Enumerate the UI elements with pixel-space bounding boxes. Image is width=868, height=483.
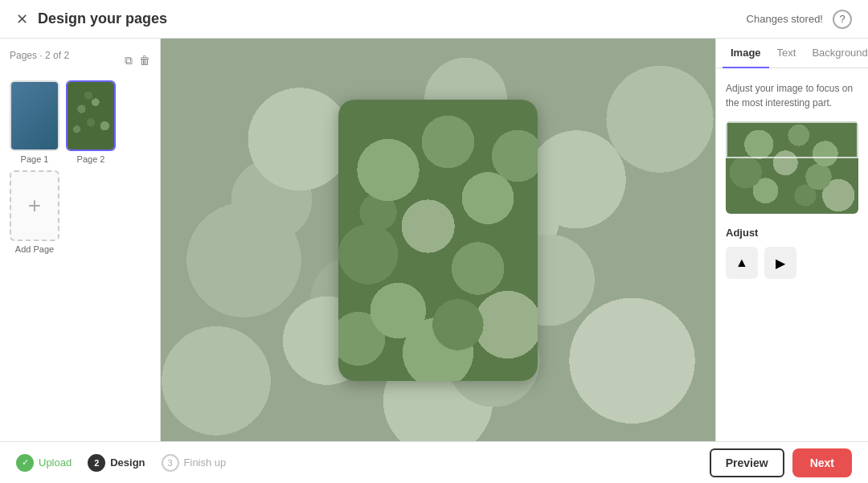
image-preview-box	[726, 121, 858, 214]
close-icon[interactable]: ✕	[16, 10, 28, 28]
page-thumbnails: Page 1 Page 2 + Add Page	[10, 80, 150, 254]
delete-page-icon[interactable]: 🗑	[139, 54, 150, 67]
add-page-button[interactable]: +	[10, 170, 59, 241]
page-1-bg	[11, 82, 58, 149]
main-layout: Pages · 2 of 2 ⧉ 🗑 Page 1 Page 2	[0, 39, 868, 441]
tab-image[interactable]: Image	[723, 39, 769, 68]
canvas-image	[338, 100, 538, 381]
page-1-label: Page 1	[21, 154, 49, 164]
page-actions: ⧉ 🗑	[125, 54, 150, 68]
step-upload: ✓ Upload	[16, 454, 72, 472]
steps-row: ✓ Upload 2 Design 3 Finish up	[16, 454, 226, 472]
bottom-bar: ✓ Upload 2 Design 3 Finish up Preview Ne…	[0, 441, 868, 483]
page-2-wrap: Page 2	[66, 80, 116, 164]
page-2-thumbnail[interactable]	[66, 80, 116, 151]
step-finish: 3 Finish up	[162, 454, 227, 472]
copy-page-icon[interactable]: ⧉	[125, 54, 133, 68]
right-panel-tabs: Image Text Background	[716, 39, 868, 68]
preview-button[interactable]: Preview	[710, 448, 784, 477]
canvas-area	[161, 39, 715, 441]
add-page-label: Add Page	[15, 244, 54, 254]
adjust-buttons: ▲ ▶	[726, 247, 858, 279]
tab-background[interactable]: Background	[804, 39, 868, 68]
changes-stored-text: Changes stored!	[747, 13, 823, 25]
adjust-up-button[interactable]: ▲	[726, 247, 758, 279]
adjust-right-button[interactable]: ▶	[764, 247, 796, 279]
adjust-section-label: Adjust	[726, 227, 858, 239]
step-design: 2 Design	[88, 454, 145, 472]
page-title: Design your pages	[38, 10, 167, 27]
tab-text[interactable]: Text	[769, 39, 805, 68]
page-2-bg	[68, 82, 114, 149]
app-header: ✕ Design your pages Changes stored! ?	[0, 0, 868, 39]
page-canvas[interactable]	[338, 100, 538, 381]
next-button[interactable]: Next	[792, 448, 852, 477]
add-page-wrap: + Add Page	[10, 170, 59, 254]
bottom-right-buttons: Preview Next	[710, 448, 852, 477]
page-1-thumbnail[interactable]	[10, 80, 59, 151]
step-finish-circle: 3	[162, 454, 179, 472]
pages-header-row: Pages · 2 of 2 ⧉ 🗑	[10, 50, 150, 71]
preview-highlight	[726, 121, 858, 158]
pages-label: Pages · 2 of 2	[10, 50, 69, 61]
step-upload-label: Upload	[39, 456, 72, 469]
help-icon[interactable]: ?	[833, 10, 852, 29]
right-panel: Image Text Background Adjust your image …	[715, 39, 868, 441]
add-page-icon: +	[28, 194, 41, 217]
step-design-label: Design	[110, 456, 145, 469]
step-finish-label: Finish up	[184, 456, 227, 469]
adjust-description: Adjust your image to focus on the most i…	[726, 81, 858, 110]
step-design-circle: 2	[88, 454, 105, 472]
page-1-wrap: Page 1	[10, 80, 59, 164]
page-2-label: Page 2	[77, 154, 105, 164]
header-left: ✕ Design your pages	[16, 10, 167, 28]
right-panel-content: Adjust your image to focus on the most i…	[716, 68, 868, 441]
left-sidebar: Pages · 2 of 2 ⧉ 🗑 Page 1 Page 2	[0, 39, 161, 441]
step-upload-circle: ✓	[16, 454, 34, 472]
header-right: Changes stored! ?	[747, 10, 852, 29]
